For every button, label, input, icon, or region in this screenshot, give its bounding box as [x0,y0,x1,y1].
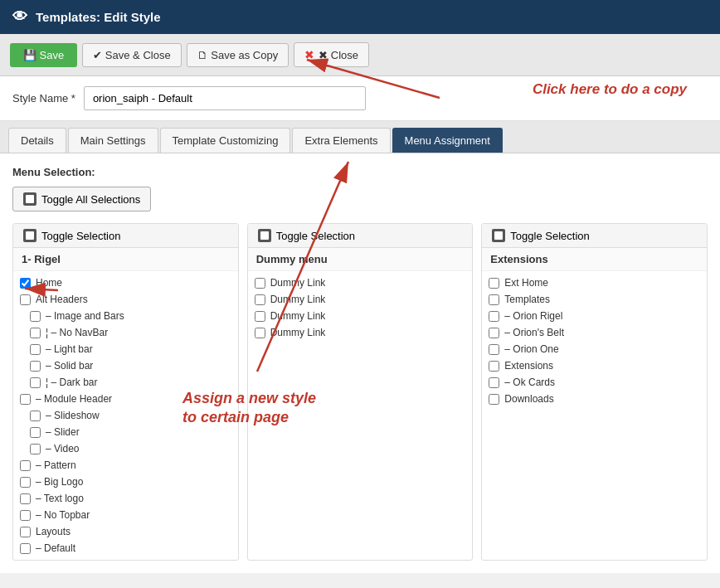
menu-column-3: Toggle Selection Extensions Ext Home Tem… [481,223,708,561]
save-button[interactable]: 💾 Save [10,43,77,67]
list-item: Ext Home [482,275,707,291]
checkbox-extensions[interactable] [489,361,499,372]
menu-column-1: Toggle Selection 1- Rigel Home Alt Heade… [12,223,239,561]
list-item: – Solid bar [13,357,238,374]
list-item: Downloads [482,391,707,407]
list-item: ¦ – Dark bar [13,374,238,391]
checkbox-ext-home[interactable] [489,278,499,289]
tab-menu-assignment[interactable]: Menu Assignment [392,128,503,153]
checkbox-home[interactable] [20,278,31,289]
checkbox-no-navbar[interactable] [30,328,41,338]
list-item: – Big Logo [13,474,238,490]
checkbox-downloads[interactable] [489,394,499,405]
list-item: – Image and Bars [13,308,238,324]
main-content: Menu Selection: Toggle All Selections To… [0,153,720,573]
list-item: Dummy Link [248,275,473,291]
checkbox-video[interactable] [30,444,41,454]
list-item: Layouts [13,523,238,540]
toggle-selection-3[interactable]: Toggle Selection [482,224,707,248]
checkbox-ok-cards[interactable] [489,377,499,388]
toggle-icon-3 [492,229,505,242]
checkbox-default[interactable] [20,543,31,554]
tab-main-settings[interactable]: Main Settings [68,128,158,153]
close-button[interactable]: ✖ ✖ Close [294,42,369,67]
toolbar: 💾 Save ✔ Save & Close 🗋 Save as Copy ✖ ✖… [0,34,720,76]
checkbox-dark-bar[interactable] [30,377,41,388]
list-item: – Text logo [13,490,238,507]
checkbox-orion-rigel[interactable] [489,311,499,322]
checkbox-image-bars[interactable] [30,311,41,322]
style-name-row: Style Name * Click here to do a copy [0,76,720,121]
list-item: Dummy Link [248,324,473,341]
checkbox-alt-headers[interactable] [20,294,31,305]
toggle-label-1: Toggle Selection [41,230,120,242]
checkbox-slider[interactable] [30,427,41,438]
list-item: Alt Headers [13,291,238,308]
checkbox-dummy-4[interactable] [255,328,265,338]
toggle-icon-2 [258,229,271,242]
toggle-icon-1 [23,229,36,242]
list-item: Dummy Link [248,308,473,324]
list-item: – Orion Rigel [482,308,707,324]
toggle-selection-2[interactable]: Toggle Selection [248,224,473,248]
tabs-bar: Details Main Settings Template Customizi… [0,121,720,153]
checkbox-light-bar[interactable] [30,344,41,355]
checkbox-solid-bar[interactable] [30,361,41,372]
checkbox-orion-one[interactable] [489,344,499,355]
toggle-label-2: Toggle Selection [276,230,355,242]
checkbox-big-logo[interactable] [20,477,31,488]
tab-details[interactable]: Details [8,128,66,153]
checkbox-dummy-1[interactable] [255,278,265,289]
menu-column-2: Toggle Selection Dummy menu Dummy Link D… [247,223,474,561]
list-item: – Module Header [13,391,238,407]
column-header-1: 1- Rigel [13,248,238,271]
toggle-all-button[interactable]: Toggle All Selections [12,187,151,211]
copy-annotation: Click here to do a copy [533,81,687,98]
list-item: ¦ – No NavBar [13,324,238,341]
checkbox-pattern[interactable] [20,460,31,471]
checkbox-dummy-3[interactable] [255,311,265,322]
list-item: Extensions [482,357,707,374]
style-name-input[interactable] [84,86,366,110]
list-item: – Slider [13,424,238,440]
list-item: Home [13,275,238,291]
menu-selection-label: Menu Selection: [12,166,708,178]
list-item: – Slideshow [13,407,238,424]
checkbox-module-header[interactable] [20,394,31,405]
list-item: – Video [13,440,238,457]
page-title: Templates: Edit Style [36,10,161,24]
save-close-button[interactable]: ✔ Save & Close [82,43,181,67]
close-icon: ✖ [304,48,314,61]
list-item: – No Topbar [13,507,238,523]
list-item: – Orion's Belt [482,324,707,341]
list-item: Templates [482,291,707,308]
column-header-3: Extensions [482,248,707,271]
menu-items-3: Ext Home Templates – Orion Rigel – Orion… [482,271,707,411]
checkbox-text-logo[interactable] [20,493,31,504]
tab-extra-elements[interactable]: Extra Elements [292,128,390,153]
columns-container: Toggle Selection 1- Rigel Home Alt Heade… [12,223,708,561]
checkbox-layouts[interactable] [20,527,31,537]
title-bar: 👁 Templates: Edit Style [0,0,720,34]
list-item: – Orion One [482,341,707,357]
checkbox-no-topbar[interactable] [20,510,31,521]
checkbox-slideshow[interactable] [30,411,41,421]
tab-template-customizing[interactable]: Template Customizing [160,128,291,153]
toggle-all-label: Toggle All Selections [41,193,140,206]
list-item: Dummy Link [248,291,473,308]
toggle-selection-1[interactable]: Toggle Selection [13,224,238,248]
column-header-2: Dummy menu [248,248,473,271]
checkbox-orions-belt[interactable] [489,328,499,338]
save-copy-button[interactable]: 🗋 Save as Copy [187,43,289,67]
checkbox-dummy-2[interactable] [255,294,265,305]
style-name-label: Style Name * [12,92,75,104]
toggle-label-3: Toggle Selection [510,230,589,242]
list-item: – Ok Cards [482,374,707,391]
eye-icon: 👁 [12,8,27,26]
checkbox-templates[interactable] [489,294,499,305]
menu-items-1: Home Alt Headers – Image and Bars ¦ – No… [13,271,238,560]
list-item: – Pattern [13,457,238,474]
menu-items-2: Dummy Link Dummy Link Dummy Link Dummy L… [248,271,473,344]
toggle-all-icon [23,192,36,206]
list-item: – Default [13,540,238,556]
